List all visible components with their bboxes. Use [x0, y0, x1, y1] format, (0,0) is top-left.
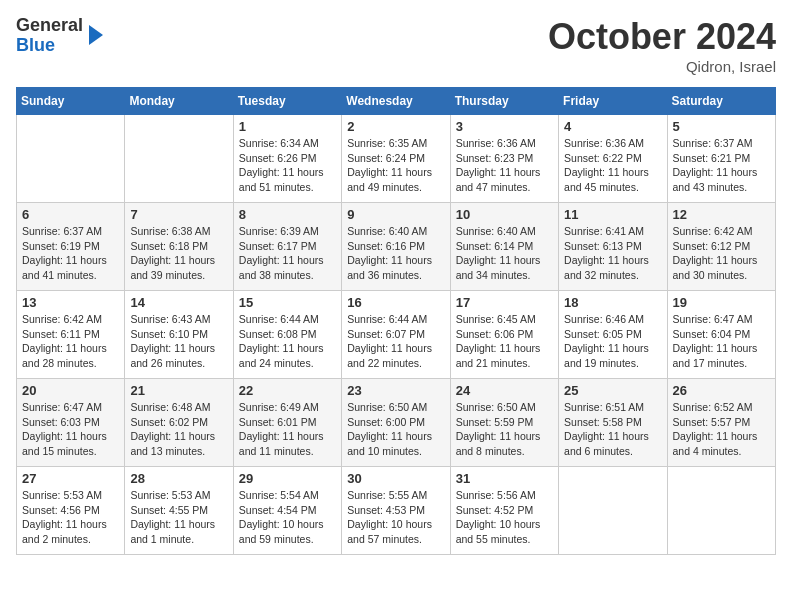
calendar-day-cell: 16Sunrise: 6:44 AM Sunset: 6:07 PM Dayli…	[342, 291, 450, 379]
day-info: Sunrise: 6:38 AM Sunset: 6:18 PM Dayligh…	[130, 224, 227, 283]
calendar-day-cell: 17Sunrise: 6:45 AM Sunset: 6:06 PM Dayli…	[450, 291, 558, 379]
calendar-day-cell: 30Sunrise: 5:55 AM Sunset: 4:53 PM Dayli…	[342, 467, 450, 555]
calendar-day-cell: 13Sunrise: 6:42 AM Sunset: 6:11 PM Dayli…	[17, 291, 125, 379]
calendar-day-cell: 2Sunrise: 6:35 AM Sunset: 6:24 PM Daylig…	[342, 115, 450, 203]
calendar-day-cell	[125, 115, 233, 203]
calendar-day-cell: 29Sunrise: 5:54 AM Sunset: 4:54 PM Dayli…	[233, 467, 341, 555]
calendar-week-row: 13Sunrise: 6:42 AM Sunset: 6:11 PM Dayli…	[17, 291, 776, 379]
day-info: Sunrise: 5:55 AM Sunset: 4:53 PM Dayligh…	[347, 488, 444, 547]
calendar-header-row: SundayMondayTuesdayWednesdayThursdayFrid…	[17, 88, 776, 115]
day-header-monday: Monday	[125, 88, 233, 115]
month-title: October 2024	[548, 16, 776, 58]
page-header: General Blue October 2024 Qidron, Israel	[16, 16, 776, 75]
day-info: Sunrise: 6:40 AM Sunset: 6:14 PM Dayligh…	[456, 224, 553, 283]
logo-blue: Blue	[16, 35, 55, 55]
day-header-sunday: Sunday	[17, 88, 125, 115]
calendar-week-row: 1Sunrise: 6:34 AM Sunset: 6:26 PM Daylig…	[17, 115, 776, 203]
day-number: 19	[673, 295, 770, 310]
day-number: 4	[564, 119, 661, 134]
calendar-day-cell: 26Sunrise: 6:52 AM Sunset: 5:57 PM Dayli…	[667, 379, 775, 467]
day-info: Sunrise: 6:42 AM Sunset: 6:12 PM Dayligh…	[673, 224, 770, 283]
calendar-day-cell: 5Sunrise: 6:37 AM Sunset: 6:21 PM Daylig…	[667, 115, 775, 203]
day-info: Sunrise: 6:47 AM Sunset: 6:03 PM Dayligh…	[22, 400, 119, 459]
day-number: 31	[456, 471, 553, 486]
calendar-week-row: 27Sunrise: 5:53 AM Sunset: 4:56 PM Dayli…	[17, 467, 776, 555]
day-info: Sunrise: 5:56 AM Sunset: 4:52 PM Dayligh…	[456, 488, 553, 547]
day-number: 12	[673, 207, 770, 222]
calendar-day-cell: 21Sunrise: 6:48 AM Sunset: 6:02 PM Dayli…	[125, 379, 233, 467]
day-number: 27	[22, 471, 119, 486]
day-number: 15	[239, 295, 336, 310]
day-number: 23	[347, 383, 444, 398]
calendar-day-cell: 14Sunrise: 6:43 AM Sunset: 6:10 PM Dayli…	[125, 291, 233, 379]
day-number: 30	[347, 471, 444, 486]
day-info: Sunrise: 6:39 AM Sunset: 6:17 PM Dayligh…	[239, 224, 336, 283]
day-number: 18	[564, 295, 661, 310]
day-number: 13	[22, 295, 119, 310]
day-number: 1	[239, 119, 336, 134]
day-number: 2	[347, 119, 444, 134]
day-header-tuesday: Tuesday	[233, 88, 341, 115]
day-number: 24	[456, 383, 553, 398]
day-number: 14	[130, 295, 227, 310]
day-info: Sunrise: 6:36 AM Sunset: 6:23 PM Dayligh…	[456, 136, 553, 195]
day-info: Sunrise: 6:47 AM Sunset: 6:04 PM Dayligh…	[673, 312, 770, 371]
day-info: Sunrise: 6:51 AM Sunset: 5:58 PM Dayligh…	[564, 400, 661, 459]
day-number: 28	[130, 471, 227, 486]
day-number: 20	[22, 383, 119, 398]
calendar-day-cell	[667, 467, 775, 555]
day-info: Sunrise: 6:36 AM Sunset: 6:22 PM Dayligh…	[564, 136, 661, 195]
day-info: Sunrise: 6:41 AM Sunset: 6:13 PM Dayligh…	[564, 224, 661, 283]
calendar-day-cell: 27Sunrise: 5:53 AM Sunset: 4:56 PM Dayli…	[17, 467, 125, 555]
day-info: Sunrise: 6:45 AM Sunset: 6:06 PM Dayligh…	[456, 312, 553, 371]
day-number: 3	[456, 119, 553, 134]
day-info: Sunrise: 6:50 AM Sunset: 5:59 PM Dayligh…	[456, 400, 553, 459]
logo-arrow-icon	[89, 25, 103, 45]
day-number: 26	[673, 383, 770, 398]
calendar-day-cell: 20Sunrise: 6:47 AM Sunset: 6:03 PM Dayli…	[17, 379, 125, 467]
title-block: October 2024 Qidron, Israel	[548, 16, 776, 75]
day-number: 11	[564, 207, 661, 222]
day-info: Sunrise: 6:46 AM Sunset: 6:05 PM Dayligh…	[564, 312, 661, 371]
location-subtitle: Qidron, Israel	[548, 58, 776, 75]
calendar-day-cell: 11Sunrise: 6:41 AM Sunset: 6:13 PM Dayli…	[559, 203, 667, 291]
day-number: 16	[347, 295, 444, 310]
day-info: Sunrise: 6:37 AM Sunset: 6:21 PM Dayligh…	[673, 136, 770, 195]
calendar-day-cell: 4Sunrise: 6:36 AM Sunset: 6:22 PM Daylig…	[559, 115, 667, 203]
calendar-day-cell: 19Sunrise: 6:47 AM Sunset: 6:04 PM Dayli…	[667, 291, 775, 379]
calendar-day-cell	[559, 467, 667, 555]
day-info: Sunrise: 6:40 AM Sunset: 6:16 PM Dayligh…	[347, 224, 444, 283]
calendar-table: SundayMondayTuesdayWednesdayThursdayFrid…	[16, 87, 776, 555]
day-info: Sunrise: 5:54 AM Sunset: 4:54 PM Dayligh…	[239, 488, 336, 547]
calendar-day-cell: 12Sunrise: 6:42 AM Sunset: 6:12 PM Dayli…	[667, 203, 775, 291]
day-info: Sunrise: 6:48 AM Sunset: 6:02 PM Dayligh…	[130, 400, 227, 459]
calendar-week-row: 20Sunrise: 6:47 AM Sunset: 6:03 PM Dayli…	[17, 379, 776, 467]
calendar-day-cell: 23Sunrise: 6:50 AM Sunset: 6:00 PM Dayli…	[342, 379, 450, 467]
day-number: 5	[673, 119, 770, 134]
day-info: Sunrise: 5:53 AM Sunset: 4:56 PM Dayligh…	[22, 488, 119, 547]
day-number: 6	[22, 207, 119, 222]
day-info: Sunrise: 6:35 AM Sunset: 6:24 PM Dayligh…	[347, 136, 444, 195]
day-info: Sunrise: 6:44 AM Sunset: 6:07 PM Dayligh…	[347, 312, 444, 371]
day-info: Sunrise: 6:44 AM Sunset: 6:08 PM Dayligh…	[239, 312, 336, 371]
day-number: 22	[239, 383, 336, 398]
day-info: Sunrise: 6:42 AM Sunset: 6:11 PM Dayligh…	[22, 312, 119, 371]
day-info: Sunrise: 5:53 AM Sunset: 4:55 PM Dayligh…	[130, 488, 227, 547]
day-info: Sunrise: 6:43 AM Sunset: 6:10 PM Dayligh…	[130, 312, 227, 371]
day-number: 17	[456, 295, 553, 310]
day-number: 29	[239, 471, 336, 486]
day-number: 25	[564, 383, 661, 398]
day-number: 8	[239, 207, 336, 222]
calendar-day-cell: 22Sunrise: 6:49 AM Sunset: 6:01 PM Dayli…	[233, 379, 341, 467]
calendar-day-cell: 9Sunrise: 6:40 AM Sunset: 6:16 PM Daylig…	[342, 203, 450, 291]
calendar-day-cell: 31Sunrise: 5:56 AM Sunset: 4:52 PM Dayli…	[450, 467, 558, 555]
logo-general: General	[16, 15, 83, 35]
day-number: 7	[130, 207, 227, 222]
calendar-day-cell: 3Sunrise: 6:36 AM Sunset: 6:23 PM Daylig…	[450, 115, 558, 203]
logo: General Blue	[16, 16, 103, 56]
calendar-day-cell: 15Sunrise: 6:44 AM Sunset: 6:08 PM Dayli…	[233, 291, 341, 379]
day-header-wednesday: Wednesday	[342, 88, 450, 115]
calendar-week-row: 6Sunrise: 6:37 AM Sunset: 6:19 PM Daylig…	[17, 203, 776, 291]
calendar-day-cell: 25Sunrise: 6:51 AM Sunset: 5:58 PM Dayli…	[559, 379, 667, 467]
calendar-day-cell: 8Sunrise: 6:39 AM Sunset: 6:17 PM Daylig…	[233, 203, 341, 291]
